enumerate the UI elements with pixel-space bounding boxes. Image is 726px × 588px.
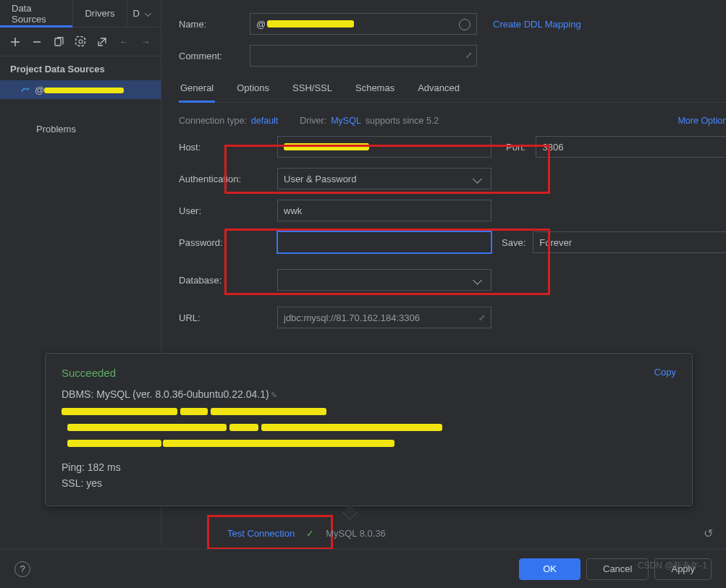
problems-section[interactable]: Problems: [0, 102, 161, 135]
name-prefix: @: [256, 19, 266, 30]
name-label: Name:: [179, 19, 250, 30]
edit-icon[interactable]: ✎: [271, 391, 277, 399]
mysql-icon: [20, 85, 30, 95]
prev-button[interactable]: ←: [114, 33, 133, 51]
url-value: jdbc:mysql://81.70.162.184:3306: [284, 312, 420, 323]
comment-label: Comment:: [179, 51, 250, 61]
add-button[interactable]: [6, 33, 25, 51]
success-panel: Succeeded Copy DBMS: MySQL (ver. 8.0.36-…: [45, 353, 693, 506]
success-body: DBMS: MySQL (ver. 8.0.36-0ubuntu0.22.04.…: [62, 386, 676, 491]
tab-options[interactable]: Options: [235, 82, 271, 102]
annotation-box: [224, 229, 550, 295]
driver-supports: supports since 5.2: [366, 116, 439, 126]
tab-data-sources[interactable]: Data Sources: [0, 0, 73, 27]
driver-label: Driver:: [300, 116, 326, 126]
annotation-box: [224, 145, 550, 194]
color-circle-icon[interactable]: [459, 19, 470, 30]
expand-icon[interactable]: ⤢: [465, 51, 472, 60]
sidebar-toolbar: ← →: [0, 27, 161, 56]
user-input[interactable]: wwk: [277, 200, 491, 221]
tab-drivers[interactable]: Drivers: [73, 0, 127, 27]
more-options-link[interactable]: More Options: [678, 116, 726, 126]
copy-link[interactable]: Copy: [654, 367, 676, 379]
panel-pointer: [342, 505, 357, 519]
ping-line: Ping: 182 ms: [62, 459, 676, 475]
help-button[interactable]: ?: [14, 561, 30, 577]
copy-button[interactable]: [49, 33, 68, 51]
url-input[interactable]: jdbc:mysql://81.70.162.184:3306 ⤢: [277, 307, 491, 328]
tab-data-sources-label: Data Sources: [12, 3, 61, 25]
create-ddl-mapping-link[interactable]: Create DDL Mapping: [493, 19, 581, 30]
settings-button[interactable]: [71, 33, 90, 51]
data-source-tree: @: [0, 77, 161, 102]
tab-schemas[interactable]: Schemas: [354, 82, 396, 102]
port-input[interactable]: 3306: [536, 136, 726, 158]
driver-link[interactable]: MySQL: [331, 116, 361, 126]
tab-more[interactable]: D: [127, 0, 161, 27]
dialog-footer: ? OK Cancel Apply: [0, 549, 726, 588]
section-title: Project Data Sources: [0, 56, 161, 77]
comment-input[interactable]: ⤢: [250, 45, 477, 67]
data-source-item-label: @: [35, 85, 124, 95]
redacted-text: [267, 20, 354, 27]
detail-tabs: General Options SSH/SSL Schemas Advanced: [179, 82, 726, 103]
test-connection-link[interactable]: Test Connection: [227, 528, 295, 539]
sidebar-tabs: Data Sources Drivers D: [0, 0, 161, 27]
tab-drivers-label: Drivers: [85, 8, 114, 19]
tab-more-label: D: [133, 8, 140, 19]
tab-advanced[interactable]: Advanced: [416, 82, 461, 102]
ok-button[interactable]: OK: [519, 558, 581, 580]
tab-ssh-ssl[interactable]: SSH/SSL: [291, 82, 334, 102]
conn-type-link[interactable]: default: [251, 116, 279, 126]
name-input[interactable]: @: [250, 13, 477, 35]
dbms-line: DBMS: MySQL (ver. 8.0.36-0ubuntu0.22.04.…: [62, 388, 269, 400]
tab-general[interactable]: General: [179, 82, 215, 102]
url-label: URL:: [179, 312, 277, 323]
data-source-item[interactable]: @: [0, 80, 161, 99]
next-button[interactable]: →: [136, 33, 155, 51]
watermark: CSDN @新青年-1: [638, 560, 707, 572]
user-label: User:: [179, 205, 277, 216]
connection-meta: Connection type: default Driver: MySQL s…: [179, 103, 726, 136]
success-title: Succeeded: [62, 367, 116, 379]
expand-icon[interactable]: ⤢: [478, 313, 485, 323]
svg-rect-0: [55, 38, 61, 46]
remove-button[interactable]: [28, 33, 46, 51]
test-connection-bar: Test Connection ✓ MySQL 8.0.36 ↺: [216, 521, 726, 545]
driver-version: MySQL 8.0.36: [326, 528, 386, 539]
ssl-line: SSL: yes: [62, 475, 676, 491]
conn-type-label: Connection type:: [179, 116, 247, 126]
export-button[interactable]: [93, 33, 111, 51]
save-select[interactable]: Forever: [533, 231, 726, 253]
check-icon: ✓: [306, 528, 314, 539]
revert-button[interactable]: ↺: [704, 527, 713, 540]
